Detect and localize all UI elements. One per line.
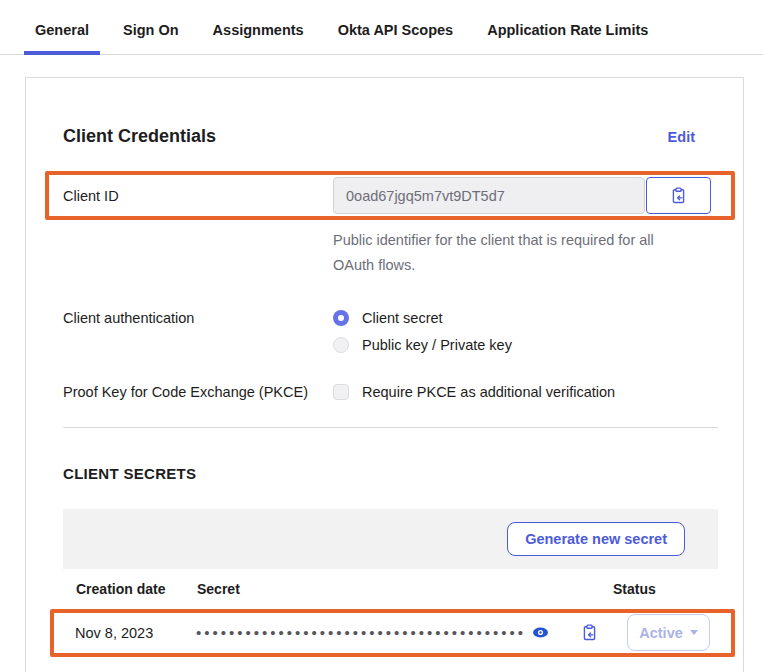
tab-sign-on[interactable]: Sign On	[112, 22, 190, 54]
highlight-box-client-id: Client ID	[45, 171, 735, 220]
copy-secret-button[interactable]	[581, 624, 598, 641]
client-id-label: Client ID	[63, 188, 333, 204]
column-header-secret: Secret	[197, 581, 613, 597]
section-divider	[63, 427, 718, 428]
radio-client-secret-label: Client secret	[362, 310, 443, 326]
client-credentials-header: Client Credentials Edit	[63, 126, 718, 147]
status-label: Active	[639, 625, 683, 641]
client-id-input-group	[333, 177, 711, 214]
caret-down-icon	[690, 630, 698, 635]
checkbox-unchecked-icon	[333, 384, 349, 400]
generate-new-secret-button[interactable]: Generate new secret	[507, 522, 685, 556]
column-header-creation-date: Creation date	[76, 581, 197, 597]
eye-icon	[532, 624, 549, 641]
highlight-box-secret-row: Nov 8, 2023 ••••••••••••••••••••••••••••…	[50, 609, 735, 657]
secret-creation-date: Nov 8, 2023	[75, 625, 196, 641]
tab-application-rate-limits[interactable]: Application Rate Limits	[476, 22, 659, 54]
client-authentication-row: Client authentication Client secret Publ…	[63, 310, 718, 353]
pkce-label: Proof Key for Code Exchange (PKCE)	[63, 384, 333, 400]
radio-public-private-key-label: Public key / Private key	[362, 337, 512, 353]
app-tabbar: General Sign On Assignments Okta API Sco…	[0, 0, 763, 55]
pkce-row: Proof Key for Code Exchange (PKCE) Requi…	[63, 384, 718, 400]
client-id-input[interactable]	[333, 177, 645, 214]
radio-public-private-key[interactable]: Public key / Private key	[333, 337, 512, 353]
reveal-secret-button[interactable]	[532, 624, 549, 641]
clipboard-icon	[581, 624, 598, 641]
radio-client-secret[interactable]: Client secret	[333, 310, 512, 326]
copy-client-id-button[interactable]	[646, 177, 711, 214]
clipboard-icon	[670, 187, 687, 204]
radio-selected-icon	[333, 310, 349, 326]
secret-cell: ••••••••••••••••••••••••••••••••••••••••	[196, 624, 627, 641]
tab-general[interactable]: General	[24, 22, 100, 54]
pkce-checkbox[interactable]: Require PKCE as additional verification	[333, 384, 615, 400]
general-settings-card: Client Credentials Edit Client ID Public…	[25, 77, 744, 672]
edit-button[interactable]: Edit	[668, 129, 695, 145]
column-header-status: Status	[613, 581, 718, 597]
tab-okta-api-scopes[interactable]: Okta API Scopes	[327, 22, 465, 54]
client-secrets-title: CLIENT SECRETS	[63, 465, 718, 482]
status-dropdown[interactable]: Active	[627, 614, 710, 651]
secrets-table-header: Creation date Secret Status	[63, 569, 718, 609]
pkce-checkbox-label: Require PKCE as additional verification	[362, 384, 615, 400]
client-secrets-toolbar: Generate new secret	[63, 509, 718, 569]
client-authentication-label: Client authentication	[63, 310, 333, 326]
tab-assignments[interactable]: Assignments	[202, 22, 315, 54]
masked-secret-value: ••••••••••••••••••••••••••••••••••••••••	[196, 624, 526, 641]
client-id-help-text: Public identifier for the client that is…	[333, 228, 673, 279]
client-credentials-title: Client Credentials	[63, 126, 216, 147]
radio-unselected-icon	[333, 337, 349, 353]
